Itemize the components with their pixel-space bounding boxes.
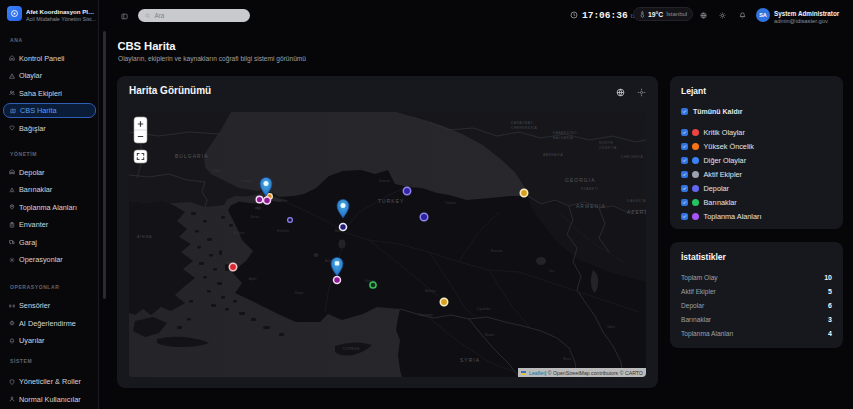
svg-text:CYPRUS: CYPRUS <box>343 347 360 351</box>
svg-text:Mardin: Mardin <box>485 333 495 337</box>
svg-text:Aydin: Aydin <box>249 277 257 281</box>
svg-text:BULGARIA: BULGARIA <box>175 154 209 159</box>
svg-text:AZERB: AZERB <box>627 210 646 215</box>
svg-text:Tabriz: Tabriz <box>607 325 616 329</box>
svg-text:BALKARIA: BALKARIA <box>553 136 573 140</box>
svg-text:GEORGIA: GEORGIA <box>565 178 596 183</box>
svg-text:Samsun: Samsun <box>379 179 390 183</box>
svg-text:Bursa: Bursa <box>251 215 259 219</box>
svg-text:SVANETI: SVANETI <box>581 187 598 191</box>
svg-text:ABKHAZIA: ABKHAZIA <box>543 153 564 157</box>
svg-text:OSSETIA: OSSETIA <box>599 146 617 150</box>
svg-text:Gaziantep: Gaziantep <box>419 313 433 317</box>
svg-text:TURKEY: TURKEY <box>378 199 404 204</box>
svg-text:Istanbul: Istanbul <box>241 179 252 183</box>
svg-text:Diyarbakir: Diyarbakir <box>477 307 491 311</box>
svg-text:KABARDINO-: KABARDINO- <box>553 131 579 135</box>
svg-text:CHECHNYA: CHECHNYA <box>621 155 644 159</box>
svg-text:CHERKESSIA: CHERKESSIA <box>511 126 538 130</box>
svg-text:Konya: Konya <box>295 291 304 295</box>
svg-text:SYRIA: SYRIA <box>460 358 480 363</box>
svg-text:KARACHAY-: KARACHAY- <box>511 121 534 125</box>
svg-text:ATHINA: ATHINA <box>137 235 152 239</box>
svg-text:ARMENIA: ARMENIA <box>576 204 606 209</box>
svg-text:Erzurum: Erzurum <box>491 249 503 253</box>
svg-text:Balikesir: Balikesir <box>233 231 244 235</box>
svg-text:Trabzon: Trabzon <box>445 201 456 205</box>
svg-text:DAGESTAN: DAGESTAN <box>627 199 646 203</box>
svg-text:Edirne: Edirne <box>213 169 222 173</box>
svg-text:Van: Van <box>549 269 554 273</box>
svg-text:Mosul: Mosul <box>563 357 571 361</box>
svg-text:Malatya: Malatya <box>425 289 436 293</box>
svg-text:NORTH: NORTH <box>599 141 613 145</box>
svg-text:| © OpenStreetMap contributors: | © OpenStreetMap contributors © CARTO <box>545 370 643 376</box>
svg-text:Leaflet: Leaflet <box>529 370 545 376</box>
svg-text:Eskisehir: Eskisehir <box>277 229 289 233</box>
